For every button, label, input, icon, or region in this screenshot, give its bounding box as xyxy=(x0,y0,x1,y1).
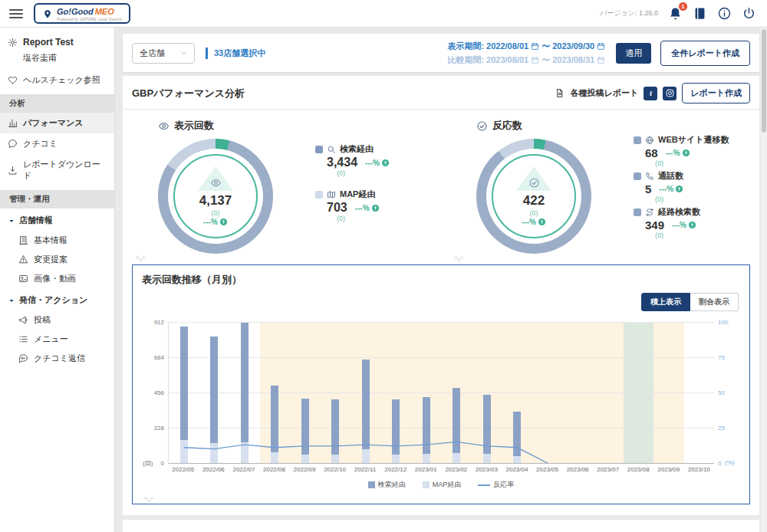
sidebar-item-account[interactable]: Report Test xyxy=(0,32,114,52)
sidebar-item-report-download[interactable]: レポートダウンロード xyxy=(0,154,114,186)
warning-icon xyxy=(18,255,28,264)
globe-icon xyxy=(645,136,654,145)
arrow-up-circle-icon xyxy=(219,218,228,226)
y-tick-label: 456 xyxy=(154,389,164,396)
stat-delta: ---% xyxy=(666,149,690,157)
map-icon xyxy=(327,190,336,199)
sidebar-item-store-info[interactable]: 店舗情報 xyxy=(0,209,114,231)
sidebar-item-label: メニュー xyxy=(34,333,68,345)
calendar-icon[interactable] xyxy=(531,42,539,51)
sidebar-item-review-reply[interactable]: クチコミ返信 xyxy=(0,349,114,368)
facebook-icon: f xyxy=(646,88,656,98)
ratio-view-toggle[interactable]: 割合表示 xyxy=(690,293,739,311)
display-period-to[interactable]: 2023/09/30 xyxy=(552,41,594,51)
stat-search: 検索経由3,434---%(0) xyxy=(315,143,436,177)
phone-icon xyxy=(645,172,654,181)
stat-delta: ---% xyxy=(365,159,390,167)
x-tick-label: 2023/02 xyxy=(441,466,472,473)
facebook-report-button[interactable]: f xyxy=(644,87,657,100)
hamburger-menu-icon[interactable] xyxy=(9,9,23,18)
sidebar-item-change-proposal[interactable]: 変更提案 xyxy=(0,250,114,269)
x-tick-label: 2022/05 xyxy=(168,466,199,473)
sidebar-item-posts[interactable]: 投稿 xyxy=(0,310,114,330)
image-icon xyxy=(18,274,28,284)
instagram-icon xyxy=(665,88,675,98)
compare-period-label: 比較期間: xyxy=(447,54,484,66)
reply-icon xyxy=(18,353,28,363)
caret-down-icon xyxy=(8,297,15,304)
stat-value: 68 xyxy=(645,146,658,159)
store-select-value: 全店舗 xyxy=(140,48,165,59)
info-button[interactable] xyxy=(717,6,732,21)
wave-decoration-icon xyxy=(139,493,159,504)
apply-button[interactable]: 適用 xyxy=(616,43,651,64)
sidebar-item-images-videos[interactable]: 画像・動画 xyxy=(0,269,114,288)
sidebar-item-label: 店舗情報 xyxy=(19,215,53,226)
display-period-from[interactable]: 2022/08/01 xyxy=(486,41,528,51)
stat-sub-value: (0) xyxy=(315,215,436,222)
series-color-chip xyxy=(315,146,323,153)
compare-period-to[interactable]: 2023/08/31 xyxy=(552,55,594,64)
y-tick-label: 75 xyxy=(718,354,725,361)
scrollbar-thumb[interactable] xyxy=(762,29,766,133)
y-tick-label: 0 xyxy=(161,460,164,467)
sidebar-item-menu[interactable]: メニュー xyxy=(0,330,114,349)
sidebar-item-label: パフォーマンス xyxy=(23,117,84,129)
legend-item: MAP経由 xyxy=(423,480,462,490)
y-axis-left: 9126844562280(回) xyxy=(142,322,168,464)
x-tick-label: 2023/09 xyxy=(653,466,684,473)
power-icon xyxy=(742,6,756,21)
instagram-report-button[interactable] xyxy=(663,87,676,100)
sidebar-item-health-check[interactable]: ヘルスチェック参照 xyxy=(0,70,114,90)
section-title: GBPパフォーマンス分析 xyxy=(132,87,245,100)
chart-legend: 検索経由MAP経由反応率 xyxy=(142,480,740,490)
next-section-strip xyxy=(123,520,759,532)
calendar-icon[interactable] xyxy=(597,56,605,64)
x-tick-label: 2022/11 xyxy=(350,466,380,473)
sidebar-item-reviews[interactable]: クチコミ xyxy=(0,133,114,154)
create-report-button[interactable]: レポート作成 xyxy=(682,83,750,103)
eye-icon xyxy=(158,120,170,132)
compare-period-from[interactable]: 2023/08/01 xyxy=(486,55,528,64)
logout-button[interactable] xyxy=(742,6,756,21)
sidebar-item-label: 画像・動画 xyxy=(34,273,76,284)
display-period[interactable]: 表示期間: 2022/08/01 〜 2023/09/30 xyxy=(447,41,605,52)
trend-plot xyxy=(168,322,714,464)
impressions-delta: ---% xyxy=(203,218,218,226)
period-tilde: 〜 xyxy=(542,54,550,66)
sidebar-item-actions[interactable]: 発信・アクション xyxy=(0,288,114,310)
create-all-reports-button[interactable]: 全件レポート作成 xyxy=(660,41,750,66)
calendar-icon[interactable] xyxy=(597,42,605,51)
notifications-button[interactable]: 1 xyxy=(668,6,683,21)
stat-label: 通話数 xyxy=(658,170,683,182)
reactions-total-sub: (0) xyxy=(530,209,538,217)
book-icon xyxy=(693,6,707,21)
y-tick-label: 25 xyxy=(718,425,725,432)
reaction-rate-line xyxy=(169,322,714,463)
vertical-scrollbar[interactable] xyxy=(761,28,767,532)
stat-value: 703 xyxy=(327,201,347,215)
legend-swatch xyxy=(423,481,430,488)
calendar-icon[interactable] xyxy=(531,56,539,64)
selected-store-count: 33店舗選択中 xyxy=(206,48,265,59)
stat-map: MAP経由703---%(0) xyxy=(315,189,436,222)
sidebar-item-label: クチコミ xyxy=(23,138,58,149)
compare-period[interactable]: 比較期間: 2023/08/01 〜 2023/08/31 xyxy=(447,54,605,66)
x-tick-label: 2023/08 xyxy=(623,466,653,473)
y-tick-label: 684 xyxy=(154,354,164,361)
reactions-donut: 422 (0) ---% xyxy=(476,139,591,254)
y-tick-label: 912 xyxy=(154,319,164,326)
stacked-view-toggle[interactable]: 積上表示 xyxy=(641,293,690,311)
period-tilde: 〜 xyxy=(542,41,550,52)
svg-text:f: f xyxy=(650,90,653,97)
arrow-up-circle-icon xyxy=(682,149,690,157)
map-pin-icon xyxy=(42,8,53,19)
sidebar-item-basic-info[interactable]: 基本情報 xyxy=(0,231,114,250)
manual-button[interactable] xyxy=(693,6,707,21)
sidebar-item-performance[interactable]: パフォーマンス xyxy=(0,113,114,133)
y-tick-label: 100 xyxy=(718,319,728,326)
store-select[interactable]: 全店舗 xyxy=(132,43,195,64)
reactions-title: 反応数 xyxy=(492,119,522,133)
arrow-up-circle-icon xyxy=(538,218,546,226)
filter-bar: 全店舗 33店舗選択中 表示期間: 2022/08/01 〜 2023/09/3… xyxy=(123,34,759,72)
